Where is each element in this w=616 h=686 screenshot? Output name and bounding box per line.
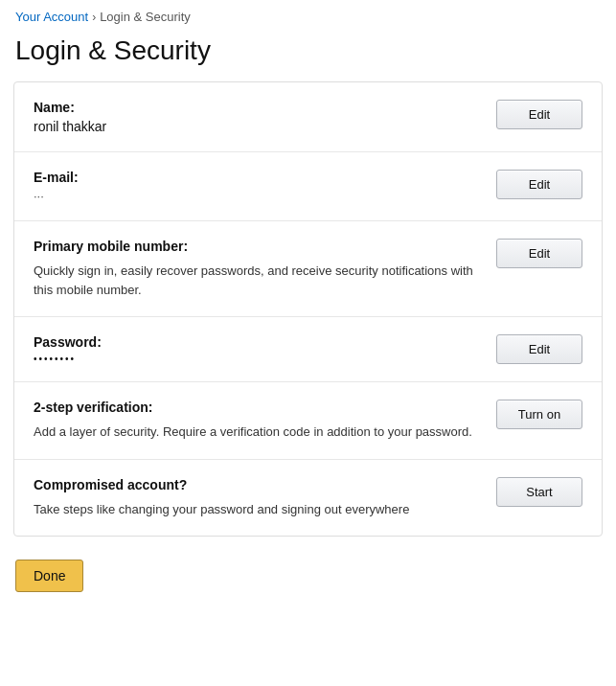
breadcrumb-current: Login & Security — [100, 10, 191, 24]
compromised-row: Compromised account? Take steps like cha… — [14, 460, 602, 537]
done-button[interactable]: Done — [15, 560, 83, 592]
mobile-description: Quickly sign in, easily recover password… — [34, 262, 477, 299]
email-label: E-mail: — [34, 170, 477, 185]
email-row: E-mail: ··· Edit — [14, 152, 602, 221]
password-content: Password: •••••••• — [34, 334, 496, 364]
email-content: E-mail: ··· — [34, 170, 496, 203]
twostep-content: 2-step verification: Add a layer of secu… — [34, 400, 496, 442]
name-content: Name: ronil thakkar — [34, 100, 496, 134]
password-edit-button[interactable]: Edit — [496, 334, 582, 364]
mobile-edit-button[interactable]: Edit — [496, 239, 582, 268]
name-edit-button[interactable]: Edit — [496, 100, 582, 129]
email-edit-button[interactable]: Edit — [496, 170, 582, 199]
twostep-label: 2-step verification: — [34, 400, 477, 415]
compromised-description: Take steps like changing your password a… — [34, 500, 477, 519]
name-value: ronil thakkar — [34, 119, 477, 134]
email-value: ··· — [34, 189, 477, 203]
compromised-label: Compromised account? — [34, 477, 477, 492]
password-row: Password: •••••••• Edit — [14, 317, 602, 382]
password-value: •••••••• — [34, 354, 477, 364]
breadcrumb-separator: › — [92, 11, 96, 24]
twostep-description: Add a layer of security. Require a verif… — [34, 423, 477, 442]
name-row: Name: ronil thakkar Edit — [14, 82, 602, 152]
twostep-turnon-button[interactable]: Turn on — [496, 400, 582, 429]
password-label: Password: — [34, 334, 477, 350]
security-card: Name: ronil thakkar Edit E-mail: ··· Edi… — [13, 81, 603, 537]
name-label: Name: — [34, 100, 477, 115]
breadcrumb: Your Account › Login & Security — [0, 0, 616, 30]
twostep-row: 2-step verification: Add a layer of secu… — [14, 382, 602, 460]
mobile-content: Primary mobile number: Quickly sign in, … — [34, 239, 496, 299]
page-title: Login & Security — [0, 30, 616, 81]
compromised-content: Compromised account? Take steps like cha… — [34, 477, 496, 519]
compromised-start-button[interactable]: Start — [496, 477, 582, 507]
mobile-label: Primary mobile number: — [34, 239, 477, 254]
mobile-row: Primary mobile number: Quickly sign in, … — [14, 221, 602, 317]
breadcrumb-parent-link[interactable]: Your Account — [15, 10, 88, 24]
